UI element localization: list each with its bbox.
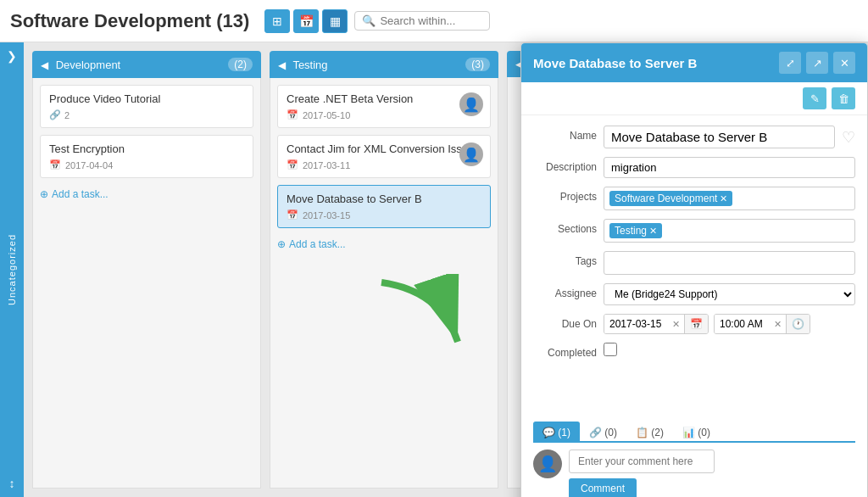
avatar: 👤	[459, 142, 483, 166]
sections-row: Sections Testing ✕	[533, 219, 855, 243]
card-date: 2017-04-04	[65, 160, 113, 170]
card-meta: 📅 2017-05-10	[287, 109, 481, 120]
comment-avatar: 👤	[533, 450, 562, 478]
card-create-net[interactable]: 👤 Create .NET Beta Version 📅 2017-05-10	[277, 85, 491, 128]
calendar-icon: 📅	[49, 159, 61, 170]
projects-tag-box[interactable]: Software Development ✕	[604, 187, 855, 210]
detail-header: Move Database to Server B ⤢ ↗ ✕	[521, 43, 867, 82]
sidebar-arrow-icon: ❯	[7, 49, 17, 63]
column-title-testing: Testing	[292, 59, 327, 71]
column-header-development: ◀ Development (2)	[32, 51, 261, 78]
comment-button[interactable]: Comment	[569, 478, 637, 497]
assignee-select[interactable]: Me (Bridge24 Support)	[604, 283, 855, 305]
edit-button[interactable]: ✎	[803, 87, 826, 109]
due-label: Due On	[533, 314, 597, 330]
description-input[interactable]	[604, 157, 855, 178]
card-meta: 📅 2017-04-04	[49, 159, 244, 170]
tab-comments[interactable]: 💬 (1)	[533, 422, 580, 443]
column-body-testing: 👤 Create .NET Beta Version 📅 2017-05-10 …	[270, 78, 498, 489]
tags-value-container	[604, 251, 855, 275]
column-count-testing: (3)	[465, 58, 490, 71]
description-value-container	[604, 157, 855, 178]
sections-tag-box[interactable]: Testing ✕	[604, 219, 855, 243]
card-meta: 📅 2017-03-15	[287, 209, 481, 221]
card-tag: 🔗 2	[49, 109, 244, 120]
detail-tabs: 💬 (1) 🔗 (0) 📋 (2) 📊 (0)	[533, 422, 855, 443]
card-date: 2017-03-11	[303, 160, 350, 170]
search-box: 🔍	[354, 11, 490, 31]
due-date-input[interactable]	[604, 315, 668, 333]
add-task-development[interactable]: ⊕ Add a task...	[40, 185, 253, 204]
left-sidebar[interactable]: ❯ Uncategorized ↕	[0, 42, 24, 497]
card-title: Produce Video Tutorial	[49, 92, 244, 105]
assignee-row: Assignee Me (Bridge24 Support)	[533, 283, 855, 305]
card-contact-jim[interactable]: 👤 Contact Jim for XML Conversion Issue 📅…	[277, 135, 491, 178]
card-title: Move Database to Server B	[287, 193, 481, 205]
due-time-clear[interactable]: ✕	[770, 316, 786, 333]
card-title: Test Encryption	[49, 142, 244, 155]
completed-checkbox[interactable]	[604, 343, 617, 356]
projects-row: Projects Software Development ✕	[533, 187, 855, 210]
card-test-encryption[interactable]: Test Encryption 📅 2017-04-04	[40, 135, 253, 178]
card-move-database[interactable]: Move Database to Server B 📅 2017-03-15	[277, 185, 491, 228]
share-icon[interactable]: ↗	[806, 52, 828, 74]
detail-panel: Move Database to Server B ⤢ ↗ ✕ ✎ 🗑 Name…	[520, 42, 868, 497]
comment-input[interactable]	[569, 450, 715, 473]
completed-label: Completed	[533, 343, 597, 359]
grid-view-button[interactable]: ⊞	[264, 9, 290, 33]
kanban-view-button[interactable]: ▦	[322, 9, 348, 33]
project-tag-remove[interactable]: ✕	[720, 193, 727, 204]
tags-tag-box[interactable]	[604, 251, 855, 275]
close-icon[interactable]: ✕	[833, 52, 855, 74]
column-count-development: (2)	[228, 58, 253, 71]
comment-row: 👤 Comment	[533, 450, 855, 497]
card-produce-video[interactable]: Produce Video Tutorial 🔗 2	[40, 85, 253, 128]
due-time-input[interactable]	[715, 315, 770, 333]
due-date-clear[interactable]: ✕	[668, 316, 684, 333]
tag-icon: 🔗	[49, 109, 61, 120]
card-date: 2017-03-15	[303, 210, 350, 221]
completed-row: Completed	[533, 343, 855, 359]
tab-subtasks[interactable]: 📋 (2)	[626, 422, 673, 443]
sections-label: Sections	[533, 219, 597, 235]
plus-icon: ⊕	[40, 188, 48, 200]
tab-activity[interactable]: 📊 (0)	[673, 422, 720, 443]
tab-attachments[interactable]: 🔗 (0)	[580, 422, 626, 443]
detail-header-title: Move Database to Server B	[533, 56, 697, 70]
name-label: Name	[533, 126, 597, 142]
card-meta: 📅 2017-03-11	[287, 159, 481, 170]
delete-button[interactable]: 🗑	[832, 87, 855, 109]
add-task-testing[interactable]: ⊕ Add a task...	[277, 235, 491, 254]
completed-value-container	[604, 343, 855, 359]
projects-value-container: Software Development ✕	[604, 187, 855, 210]
column-testing: ◀ Testing (3) 👤 Create .NET Beta Version…	[270, 51, 498, 489]
search-input[interactable]	[380, 14, 481, 27]
due-date-calendar-icon[interactable]: 📅	[684, 315, 708, 333]
column-header-testing: ◀ Testing (3)	[270, 51, 498, 78]
section-tag: Testing ✕	[609, 223, 662, 238]
column-development: ◀ Development (2) Produce Video Tutorial…	[32, 51, 261, 489]
column-title-development: Development	[56, 59, 121, 71]
tags-label: Tags	[533, 251, 597, 267]
expand-icon[interactable]: ⤢	[779, 52, 801, 74]
detail-body: Name ♡ Description Projects	[521, 115, 867, 422]
due-value-container: ✕ 📅 ✕ 🕐	[604, 314, 855, 334]
due-time-clock-icon[interactable]: 🕐	[786, 315, 810, 333]
detail-toolbar: ✎ 🗑	[521, 82, 867, 115]
projects-label: Projects	[533, 187, 597, 203]
due-row: Due On ✕ 📅 ✕ 🕐	[533, 314, 855, 334]
favorite-icon[interactable]: ♡	[842, 128, 855, 147]
calendar-view-button[interactable]: 📅	[293, 9, 319, 33]
sidebar-label: Uncategorized	[7, 234, 17, 305]
name-row: Name ♡	[533, 126, 855, 148]
comment-section: 👤 Comment	[521, 450, 867, 497]
sidebar-bottom-icon: ↕	[9, 477, 15, 490]
calendar-icon: 📅	[287, 209, 298, 221]
column-collapse-icon[interactable]: ◀	[41, 59, 48, 71]
comment-input-area: Comment	[569, 450, 855, 497]
name-input[interactable]	[604, 126, 835, 148]
section-tag-remove[interactable]: ✕	[649, 226, 657, 237]
plus-icon: ⊕	[277, 238, 286, 250]
detail-header-icons: ⤢ ↗ ✕	[779, 52, 855, 74]
column-collapse-icon[interactable]: ◀	[278, 59, 286, 71]
